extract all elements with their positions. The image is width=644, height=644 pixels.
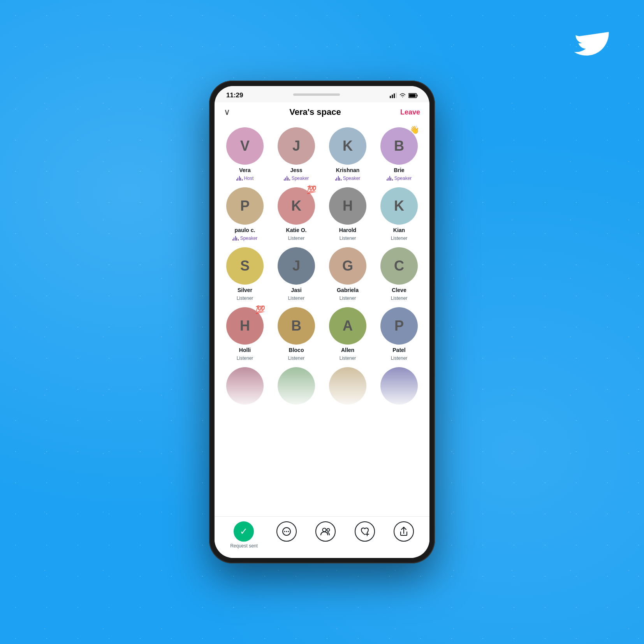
avatar: P (380, 307, 418, 345)
svg-point-10 (288, 531, 289, 532)
svg-rect-0 (390, 96, 391, 98)
participant-name: Krishnan (336, 167, 360, 173)
heart-plus-icon (355, 521, 375, 542)
participant-name: Harold (339, 227, 356, 233)
participant-role: Listener (391, 236, 408, 241)
svg-rect-1 (392, 95, 393, 98)
request-sent-label: Request sent (230, 543, 258, 549)
svg-rect-5 (409, 94, 415, 97)
participant-bloco[interactable]: BBlocoListener (272, 307, 320, 361)
participant-allen[interactable]: AAllenListener (324, 307, 372, 361)
participant-silver[interactable]: SSilverListener (221, 247, 269, 301)
participant-patel[interactable]: PPatelListener (375, 307, 423, 361)
participant-paulo-c.[interactable]: Ppaulo c.Speaker (221, 187, 269, 241)
participant-krishnan[interactable]: KKrishnanSpeaker (324, 127, 372, 181)
people-icon (315, 521, 336, 542)
svg-rect-6 (417, 95, 417, 97)
participant-vera[interactable]: VVeraHost (221, 127, 269, 181)
participant-role: Speaker (387, 176, 412, 181)
chevron-down-icon[interactable]: ∨ (224, 107, 230, 117)
phone-screen: 11:29 (215, 86, 429, 558)
participant-role: Listener (340, 296, 356, 301)
participant-holli[interactable]: H💯HolliListener (221, 307, 269, 361)
phone-frame: 11:29 (209, 81, 435, 563)
participant-name: Gabriela (337, 287, 359, 293)
participant-role: Listener (391, 296, 408, 301)
status-bar: 11:29 (215, 86, 429, 102)
svg-point-8 (284, 531, 285, 532)
bottom-bar: ✓ Request sent (215, 516, 429, 558)
avatar: J (278, 247, 315, 285)
wifi-icon (399, 93, 406, 98)
status-icons (390, 93, 418, 98)
mic-icon (236, 176, 243, 181)
participant-name: Allen (341, 347, 354, 353)
participant-cleve[interactable]: CCleveListener (375, 247, 423, 301)
participant-name: Jasi (291, 287, 301, 293)
avatar: K (380, 187, 418, 225)
avatar: G (329, 247, 366, 285)
partial-participant (375, 367, 423, 405)
participant-name: Kian (393, 227, 405, 233)
svg-point-12 (327, 529, 330, 531)
mic-icon (232, 236, 239, 241)
participant-name: paulo c. (235, 227, 255, 233)
participant-role: Listener (237, 355, 253, 361)
participant-role: Speaker (284, 176, 309, 181)
partial-participant (272, 367, 320, 405)
participant-jess[interactable]: JJessSpeaker (272, 127, 320, 181)
participant-kian[interactable]: KKianListener (375, 187, 423, 241)
svg-rect-3 (396, 93, 397, 98)
participant-brie[interactable]: B👋BrieSpeaker (375, 127, 423, 181)
participant-name: Katie O. (286, 227, 307, 233)
leave-button[interactable]: Leave (400, 108, 420, 116)
participant-role: Speaker (232, 236, 258, 241)
svg-rect-2 (394, 93, 395, 98)
request-sent-button[interactable]: ✓ Request sent (230, 521, 258, 549)
participant-role: Listener (288, 355, 305, 361)
avatar: V (226, 127, 264, 165)
avatar: S (226, 247, 264, 285)
participant-harold[interactable]: HHaroldListener (324, 187, 372, 241)
header: ∨ Vera's space Leave (215, 102, 429, 123)
participant-role: Listener (340, 355, 356, 361)
mic-icon (387, 176, 393, 181)
avatar (380, 367, 418, 405)
participant-role: Listener (237, 296, 253, 301)
participant-name: Jess (290, 167, 302, 173)
share-button[interactable] (394, 521, 414, 543)
participant-role: Listener (288, 296, 305, 301)
participant-name: Vera (239, 167, 251, 173)
share-icon (394, 521, 414, 542)
participants-grid: VVeraHostJJessSpeakerKKrishnanSpeakerB👋B… (221, 127, 423, 367)
partial-participant (324, 367, 372, 405)
avatar: J (278, 127, 315, 165)
chat-button[interactable] (276, 521, 297, 543)
status-time: 11:29 (226, 91, 243, 99)
participant-gabriela[interactable]: GGabrielaListener (324, 247, 372, 301)
partial-participants (221, 367, 423, 411)
participants-content: VVeraHostJJessSpeakerKKrishnanSpeakerB👋B… (215, 123, 429, 516)
avatar: P (226, 187, 264, 225)
participant-name: Brie (394, 167, 404, 173)
avatar (278, 367, 315, 405)
emoji-badge: 💯 (255, 306, 265, 313)
participant-role: Listener (391, 355, 408, 361)
avatar (329, 367, 366, 405)
participant-jasi[interactable]: JJasiListener (272, 247, 320, 301)
emoji-badge: 💯 (307, 186, 317, 194)
participant-role: Host (236, 176, 254, 181)
mic-icon (284, 176, 290, 181)
people-button[interactable] (315, 521, 336, 543)
participant-katie-o.[interactable]: K💯Katie O.Listener (272, 187, 320, 241)
participant-name: Silver (238, 287, 252, 293)
participant-role: Listener (288, 236, 305, 241)
participant-role: Listener (340, 236, 356, 241)
partial-participant (221, 367, 269, 405)
twitter-logo (574, 23, 613, 56)
avatar: K (329, 127, 366, 165)
follow-button[interactable] (355, 521, 375, 543)
battery-icon (408, 93, 418, 98)
svg-point-9 (286, 531, 287, 532)
participant-role: Speaker (335, 176, 361, 181)
